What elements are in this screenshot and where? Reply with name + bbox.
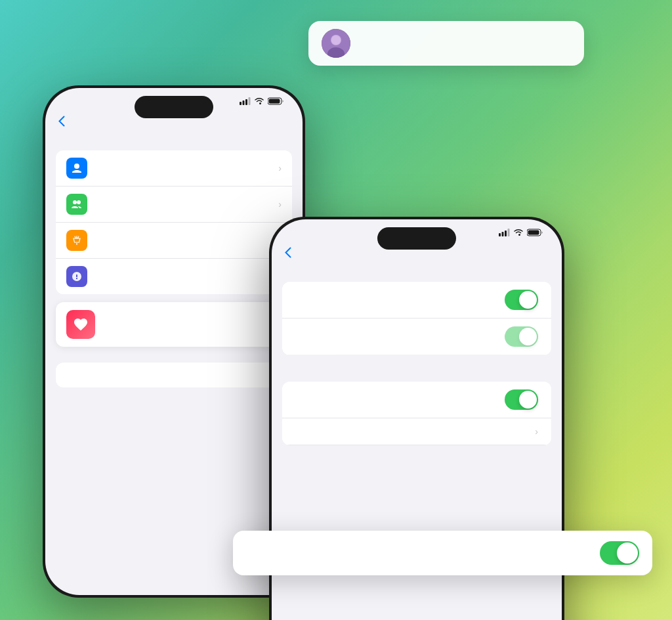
popup-toggle[interactable] bbox=[600, 541, 639, 565]
toggle-thumb-stories bbox=[519, 328, 537, 345]
private-chats-text bbox=[95, 168, 270, 169]
status-bar-back bbox=[45, 88, 303, 110]
private-chats-chevron: › bbox=[278, 163, 282, 173]
reactions-icon bbox=[66, 310, 95, 339]
reactions-stories-toggle[interactable] bbox=[505, 326, 538, 347]
svg-rect-14 bbox=[505, 231, 507, 236]
reactions-stories-row[interactable] bbox=[282, 319, 551, 355]
popup-toggle-thumb bbox=[617, 542, 638, 564]
toggle-thumb bbox=[519, 291, 537, 309]
group-chats-item[interactable]: › bbox=[56, 187, 292, 223]
stories-icon bbox=[66, 266, 87, 287]
channels-icon bbox=[66, 230, 87, 251]
show-sender-toggle[interactable] bbox=[505, 389, 538, 410]
notification-avatar bbox=[322, 29, 350, 58]
reactions-list bbox=[282, 282, 551, 355]
svg-rect-7 bbox=[249, 97, 251, 105]
signal-icon-front bbox=[499, 229, 510, 236]
reactions-stories-text bbox=[295, 336, 497, 338]
group-chats-chevron: › bbox=[278, 199, 282, 210]
section-message-header bbox=[45, 135, 303, 150]
svg-rect-4 bbox=[240, 102, 242, 105]
reactions-stories-popup bbox=[233, 531, 652, 575]
inapp-list: › bbox=[56, 363, 292, 388]
stories-text bbox=[95, 277, 270, 277]
svg-point-3 bbox=[331, 35, 341, 45]
notification-content bbox=[358, 43, 563, 44]
group-chats-text bbox=[95, 204, 270, 205]
status-bar-front bbox=[272, 219, 562, 242]
notification-banner bbox=[308, 21, 584, 66]
svg-rect-17 bbox=[528, 231, 539, 235]
svg-rect-6 bbox=[245, 99, 247, 105]
wifi-icon bbox=[254, 97, 264, 105]
reactions-text bbox=[104, 324, 269, 325]
reactions-card[interactable]: › bbox=[56, 302, 292, 347]
options-section-header bbox=[272, 366, 562, 382]
svg-rect-15 bbox=[508, 229, 510, 236]
back-button-front[interactable] bbox=[285, 247, 293, 258]
private-chats-icon bbox=[66, 158, 87, 179]
sound-chevron: › bbox=[535, 426, 538, 437]
svg-point-11 bbox=[77, 200, 81, 204]
svg-rect-13 bbox=[502, 232, 504, 236]
reactions-messages-text bbox=[295, 299, 497, 301]
private-chats-item[interactable]: › bbox=[56, 150, 292, 187]
battery-icon bbox=[268, 97, 284, 105]
status-icons-front bbox=[499, 229, 543, 236]
popup-row bbox=[246, 541, 639, 565]
phone-back: › › bbox=[43, 85, 305, 598]
svg-rect-5 bbox=[243, 100, 245, 105]
reactions-messages-row[interactable] bbox=[282, 282, 551, 319]
inapp-sounds-item[interactable]: › bbox=[56, 363, 292, 388]
notify-section-header bbox=[272, 266, 562, 282]
svg-rect-9 bbox=[269, 99, 280, 104]
back-button-back[interactable] bbox=[58, 116, 66, 127]
signal-icon bbox=[240, 97, 251, 105]
svg-rect-12 bbox=[499, 233, 501, 236]
channels-item[interactable]: › bbox=[56, 223, 292, 259]
status-icons-back bbox=[240, 97, 284, 105]
section-inapp-header bbox=[45, 347, 303, 363]
wifi-icon-front bbox=[513, 229, 524, 236]
sound-row[interactable]: › bbox=[282, 418, 551, 445]
channels-text bbox=[95, 240, 270, 241]
toggle-thumb-sender bbox=[519, 391, 537, 409]
group-chats-icon bbox=[66, 194, 87, 215]
dynamic-island-back bbox=[135, 96, 213, 118]
svg-point-10 bbox=[73, 200, 77, 204]
options-list: › bbox=[282, 382, 551, 445]
popup-text bbox=[246, 552, 592, 554]
show-sender-row[interactable] bbox=[282, 382, 551, 418]
stories-item[interactable]: › bbox=[56, 259, 292, 294]
message-notifications-list: › › bbox=[56, 150, 292, 294]
battery-icon-front bbox=[527, 229, 543, 236]
dynamic-island-front bbox=[377, 227, 456, 250]
reactions-messages-toggle[interactable] bbox=[505, 290, 538, 310]
